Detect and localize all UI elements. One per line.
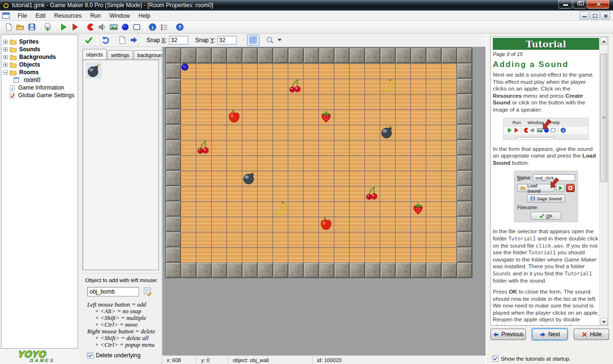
help-icon[interactable]: ?: [174, 22, 185, 33]
menu-help[interactable]: Help: [134, 11, 155, 21]
wall-tile[interactable]: [457, 109, 472, 125]
save-icon[interactable]: [26, 22, 37, 33]
create-object-icon[interactable]: [120, 22, 130, 33]
scroll-up-button[interactable]: [600, 37, 607, 45]
wall-tile[interactable]: [411, 262, 426, 278]
wall-tile[interactable]: [242, 262, 258, 278]
room-canvas[interactable]: ?: [162, 47, 486, 355]
wall-tile[interactable]: [166, 94, 181, 109]
create-executable-icon[interactable]: 101: [42, 22, 53, 33]
zoom-dropdown[interactable]: [264, 35, 282, 46]
menu-window[interactable]: Window: [105, 11, 134, 21]
wall-tile[interactable]: [319, 262, 334, 278]
child-minimize-button[interactable]: [579, 11, 589, 20]
wall-tile[interactable]: [457, 216, 472, 232]
wall-tile[interactable]: [334, 262, 350, 278]
child-restore-button[interactable]: [590, 11, 600, 20]
tree-item-objects[interactable]: Objects: [1, 61, 78, 68]
hide-button[interactable]: Hide: [574, 329, 609, 340]
grid-toggle-button[interactable]: [247, 34, 260, 46]
room-object-cherry[interactable]: [365, 186, 380, 201]
wall-tile[interactable]: [457, 262, 472, 278]
show-tutorials-checkbox[interactable]: [492, 355, 499, 362]
wall-tile[interactable]: [350, 262, 365, 278]
wall-tile[interactable]: [166, 155, 181, 171]
child-close-button[interactable]: [601, 11, 610, 20]
object-name-input[interactable]: [87, 287, 139, 296]
wall-tile[interactable]: [166, 48, 181, 63]
next-button[interactable]: Next: [532, 329, 568, 340]
wall-tile[interactable]: [365, 48, 380, 63]
wall-tile[interactable]: [457, 201, 472, 216]
wall-tile[interactable]: [288, 48, 304, 63]
wall-tile[interactable]: [166, 171, 181, 186]
menu-edit[interactable]: Edit: [31, 11, 50, 21]
snap-x-input[interactable]: [169, 36, 188, 45]
create-sprite-icon[interactable]: [85, 22, 96, 33]
wall-tile[interactable]: [457, 94, 472, 109]
wall-tile[interactable]: [258, 262, 273, 278]
wall-tile[interactable]: [166, 140, 181, 155]
wall-tile[interactable]: [166, 216, 181, 232]
menu-file[interactable]: File: [13, 11, 31, 21]
wall-tile[interactable]: [212, 262, 227, 278]
wall-tile[interactable]: [350, 48, 365, 63]
clear-room-icon[interactable]: [116, 35, 128, 46]
select-object-icon[interactable]: [144, 287, 152, 296]
child-window-icon[interactable]: [2, 12, 10, 19]
menu-resources[interactable]: Resources: [50, 11, 86, 21]
wall-tile[interactable]: [166, 186, 181, 201]
new-file-icon[interactable]: [3, 22, 14, 33]
wall-tile[interactable]: [457, 247, 472, 262]
run-debug-icon[interactable]: [69, 22, 80, 33]
wall-tile[interactable]: [334, 48, 350, 63]
room-object-bomb[interactable]: [242, 171, 258, 186]
wall-tile[interactable]: [288, 262, 304, 278]
previous-button[interactable]: Previous: [490, 329, 526, 340]
expand-icon[interactable]: [3, 47, 8, 52]
wall-tile[interactable]: [380, 262, 396, 278]
ok-checkmark-icon[interactable]: [83, 35, 94, 46]
wall-tile[interactable]: [196, 48, 212, 63]
undo-icon[interactable]: [100, 35, 111, 46]
wall-tile[interactable]: [273, 262, 288, 278]
wall-tile[interactable]: [166, 63, 181, 79]
tree-item-global-game-settings[interactable]: Global Game Settings: [1, 91, 78, 99]
wall-tile[interactable]: [396, 262, 411, 278]
room-object-strawberry[interactable]: [411, 201, 426, 216]
wall-tile[interactable]: [166, 247, 181, 262]
tree-item-rooms[interactable]: Rooms: [1, 68, 78, 76]
room-object-ball[interactable]: ?: [181, 63, 196, 79]
wall-tile[interactable]: [166, 125, 181, 140]
tree-item-room0[interactable]: room0: [1, 76, 78, 84]
room-object-banana[interactable]: [273, 201, 288, 216]
run-normally-icon[interactable]: [58, 22, 68, 33]
wall-tile[interactable]: [457, 48, 472, 63]
wall-tile[interactable]: [442, 262, 457, 278]
wall-tile[interactable]: [457, 125, 472, 140]
wall-tile[interactable]: [457, 171, 472, 186]
wall-tile[interactable]: [426, 262, 442, 278]
global-game-settings-icon[interactable]: [159, 22, 169, 33]
room-object-apple[interactable]: [227, 109, 242, 125]
wall-tile[interactable]: [411, 48, 426, 63]
wall-tile[interactable]: [196, 262, 212, 278]
room-object-cherry[interactable]: [288, 79, 304, 94]
wall-tile[interactable]: [304, 48, 319, 63]
open-file-icon[interactable]: [15, 22, 25, 33]
wall-tile[interactable]: [304, 262, 319, 278]
wall-tile[interactable]: [365, 262, 380, 278]
restore-button[interactable]: [573, 0, 587, 9]
wall-tile[interactable]: [457, 63, 472, 79]
menu-run[interactable]: Run: [86, 11, 105, 21]
collapse-icon[interactable]: [3, 70, 8, 75]
wall-tile[interactable]: [166, 201, 181, 216]
tutorial-scrollbar[interactable]: [599, 37, 607, 326]
expand-icon[interactable]: [3, 63, 8, 67]
wall-tile[interactable]: [227, 48, 242, 63]
expand-icon[interactable]: [3, 40, 8, 44]
room-object-banana[interactable]: [380, 79, 396, 94]
wall-tile[interactable]: [426, 48, 442, 63]
wall-tile[interactable]: [457, 232, 472, 247]
wall-tile[interactable]: [457, 140, 472, 155]
